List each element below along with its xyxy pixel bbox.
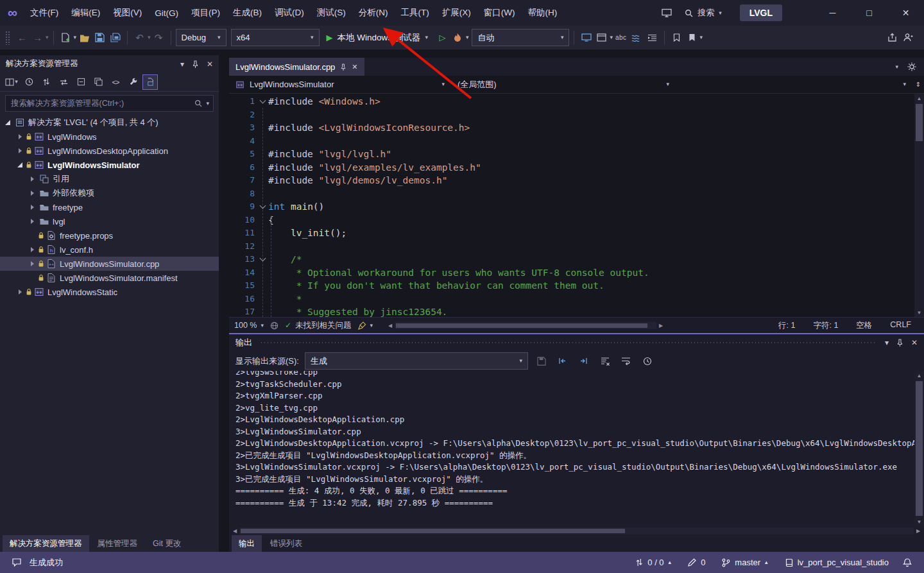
output-tab-1[interactable]: 输出 <box>232 535 262 552</box>
fold-marker-icon[interactable] <box>257 95 268 108</box>
solution-platforms-dropdown[interactable]: x64 ▾ <box>231 29 320 46</box>
menu-item-11[interactable]: 扩展(X) <box>436 0 477 26</box>
line-ending-indicator[interactable]: CRLF <box>890 320 911 331</box>
tree-item[interactable]: ++LvglWindowsDesktopApplication <box>0 144 219 158</box>
output-horizontal-scrollbar[interactable]: ◀ ▶ <box>229 526 924 535</box>
split-editor-icon[interactable]: ⇕ <box>912 81 924 88</box>
scroll-down-icon[interactable]: ▼ <box>914 517 924 526</box>
clear-all-icon[interactable] <box>597 354 613 369</box>
code-cleanup-icon[interactable]: ▾ <box>358 321 373 330</box>
scroll-left-icon[interactable]: ◀ <box>230 526 239 535</box>
panel-tab-3[interactable]: Git 更改 <box>146 535 188 552</box>
git-branch[interactable]: master ▴ <box>716 558 773 567</box>
tree-item[interactable]: ++LvglWindowsSimulator.cpp <box>0 257 219 271</box>
scroll-up-icon[interactable]: ▲ <box>914 371 924 380</box>
pending-changes[interactable]: 0 <box>682 558 711 567</box>
sync-vertical-arrows-icon[interactable] <box>38 74 54 90</box>
tree-item[interactable]: hlv_conf.h <box>0 243 219 257</box>
solution-search-input[interactable] <box>6 99 191 108</box>
message-bubble-icon[interactable] <box>9 558 24 567</box>
clock-icon[interactable] <box>640 354 655 369</box>
save-all-button[interactable] <box>108 29 123 47</box>
scroll-right-icon[interactable]: ▶ <box>914 526 923 535</box>
output-tab-2[interactable]: 错误列表 <box>263 535 309 552</box>
menu-item-5[interactable]: 项目(P) <box>185 0 227 26</box>
output-vertical-scrollbar[interactable]: ▲ ▼ <box>914 371 924 526</box>
solution-tree[interactable]: 解决方案 'LVGL' (4 个项目, 共 4 个)++LvglWindows+… <box>0 114 219 535</box>
scrollbar-thumb[interactable] <box>396 323 647 328</box>
monitor-feedback-icon[interactable] <box>656 0 677 26</box>
search-box[interactable]: 搜索 ▾ <box>677 0 730 26</box>
screen-icon[interactable] <box>579 29 594 47</box>
scroll-up-icon[interactable]: ▲ <box>914 94 924 103</box>
bookmark-icon[interactable] <box>685 29 699 47</box>
scrollbar-track[interactable] <box>395 322 656 329</box>
scrollbar-track[interactable] <box>914 103 924 308</box>
hot-reload-mode-dropdown[interactable]: 自动 ▾ <box>472 29 569 46</box>
expander-icon[interactable] <box>15 146 24 155</box>
window-position-caret-icon[interactable]: ▾ <box>885 339 889 346</box>
expander-icon[interactable] <box>28 189 37 198</box>
scroll-left-icon[interactable]: ◀ <box>386 321 395 330</box>
menu-item-8[interactable]: 测试(S) <box>311 0 352 26</box>
share-icon[interactable] <box>885 29 900 47</box>
tree-item[interactable]: 解决方案 'LVGL' (4 个项目, 共 4 个) <box>0 115 219 130</box>
scrollbar-track[interactable] <box>239 527 914 535</box>
pin-icon[interactable] <box>192 60 199 68</box>
expander-icon[interactable] <box>28 217 37 226</box>
expander-icon[interactable] <box>3 118 12 127</box>
scrollbar-thumb[interactable] <box>916 381 923 516</box>
caret-down-icon[interactable]: ▾ <box>206 101 209 107</box>
waves-icon[interactable] <box>629 29 644 47</box>
clock-icon[interactable] <box>21 74 37 90</box>
switch-views-icon[interactable]: ▾ <box>4 74 19 90</box>
menu-item-1[interactable]: 文件(F) <box>24 0 65 26</box>
tree-item[interactable]: LvglWindowsSimulator.manifest <box>0 271 219 285</box>
expander-icon[interactable] <box>15 287 24 296</box>
close-icon[interactable]: ✕ <box>911 338 918 347</box>
minimize-button[interactable]: ─ <box>814 0 851 26</box>
hot-reload-flame-icon[interactable] <box>450 29 465 47</box>
start-without-debugging-button[interactable]: ▷ <box>435 29 450 47</box>
window-position-caret-icon[interactable]: ▾ <box>180 60 184 68</box>
next-message-icon[interactable] <box>576 354 592 369</box>
menu-item-7[interactable]: 调试(D) <box>268 0 311 26</box>
expander-icon[interactable] <box>28 245 37 254</box>
scroll-right-icon[interactable]: ▶ <box>656 321 665 330</box>
menu-item-9[interactable]: 分析(N) <box>352 0 395 26</box>
solution-badge[interactable]: LVGL <box>740 4 782 21</box>
wrench-icon[interactable] <box>125 74 141 90</box>
tree-item[interactable]: ++LvglWindowsStatic <box>0 285 219 299</box>
document-list-caret-icon[interactable]: ▾ <box>895 64 898 70</box>
tree-item[interactable]: freetype.props <box>0 228 219 243</box>
view-code-icon[interactable]: <> <box>108 74 123 90</box>
pin-icon[interactable] <box>896 339 903 346</box>
solution-configurations-dropdown[interactable]: Debug ▾ <box>176 29 227 46</box>
navigate-forward-button[interactable]: → <box>30 29 45 47</box>
save-output-icon[interactable] <box>534 354 549 369</box>
new-project-button[interactable] <box>58 29 73 47</box>
expander-icon[interactable] <box>28 175 37 184</box>
git-repository[interactable]: lv_port_pc_visual_studio <box>779 558 894 567</box>
output-lines[interactable]: 2>tvgSwStroke.cpp2>tvgTaskScheduler.cpp2… <box>229 371 914 526</box>
start-debugging-button[interactable]: ▶ 本地 Windows 调试器 ▾ <box>320 29 434 47</box>
expander-icon[interactable] <box>28 259 37 268</box>
member-dropdown[interactable]: ▾ <box>676 76 912 93</box>
tree-item[interactable]: lvgl <box>0 214 219 228</box>
word-wrap-icon[interactable] <box>619 354 634 369</box>
menu-item-2[interactable]: 编辑(E) <box>65 0 107 26</box>
code-editor[interactable]: 1#include <Windows.h>23#include <LvglWin… <box>229 94 914 317</box>
show-all-files-icon[interactable] <box>142 74 158 90</box>
menu-item-3[interactable]: 视图(V) <box>107 0 148 26</box>
swap-horizontal-arrows-icon[interactable] <box>56 74 71 90</box>
expander-icon[interactable] <box>15 132 24 141</box>
indent-icon[interactable] <box>645 29 660 47</box>
menu-item-4[interactable]: Git(G) <box>148 0 185 26</box>
close-button[interactable]: ✕ <box>887 0 924 26</box>
spaces-indicator[interactable]: 空格 <box>856 320 872 331</box>
panel-tab-1[interactable]: 解决方案资源管理器 <box>3 535 89 552</box>
panel-tab-2[interactable]: 属性管理器 <box>90 535 145 552</box>
output-source-dropdown[interactable]: 生成 ▾ <box>305 352 528 370</box>
project-dropdown[interactable]: ++ LvglWindowsSimulator ▾ <box>229 76 451 93</box>
toolbar-drag-handle[interactable] <box>5 31 11 45</box>
